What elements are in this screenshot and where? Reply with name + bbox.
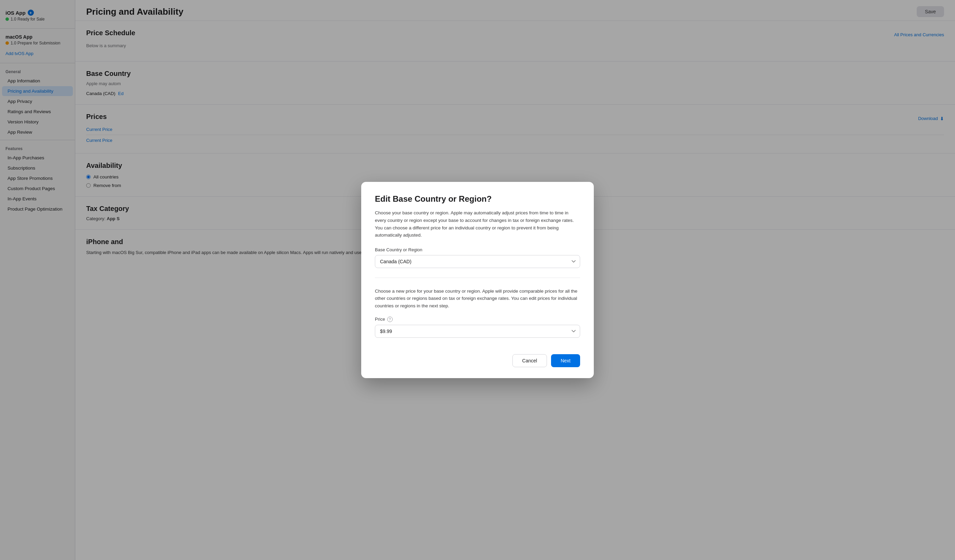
- modal-footer: Cancel Next: [375, 354, 580, 367]
- modal-price-description: Choose a new price for your base country…: [375, 288, 580, 310]
- modal-dialog: Edit Base Country or Region? Choose your…: [361, 182, 594, 378]
- modal-base-country-label: Base Country or Region: [375, 247, 580, 252]
- modal-overlay[interactable]: Edit Base Country or Region? Choose your…: [0, 0, 955, 560]
- modal-base-country-select[interactable]: Canada (CAD): [375, 255, 580, 268]
- price-help-icon[interactable]: ?: [387, 317, 393, 322]
- modal-title: Edit Base Country or Region?: [375, 194, 580, 204]
- modal-description: Choose your base country or region. Appl…: [375, 209, 580, 239]
- cancel-button[interactable]: Cancel: [512, 354, 547, 367]
- next-button[interactable]: Next: [551, 354, 580, 367]
- modal-price-label: Price ?: [375, 317, 580, 322]
- modal-divider: [375, 278, 580, 278]
- modal-price-select[interactable]: $9.99: [375, 325, 580, 338]
